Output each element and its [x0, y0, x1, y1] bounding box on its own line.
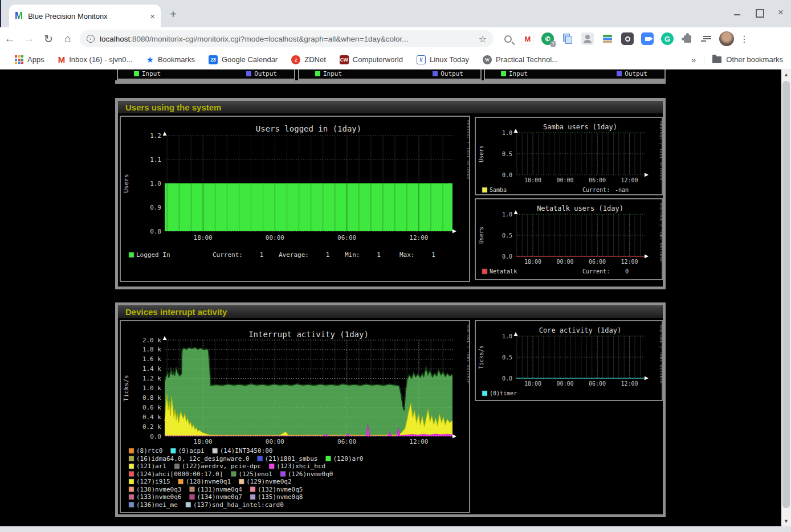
- svg-text:00:00: 00:00: [557, 380, 574, 387]
- net-graph-bottom-3[interactable]: Input Output: [484, 69, 666, 80]
- other-bookmarks[interactable]: Other bookmarks: [726, 55, 783, 64]
- browser-menu-icon[interactable]: ⋮: [740, 34, 749, 44]
- svg-text:RRDTOOL / TOBI OETIKER: RRDTOOL / TOBI OETIKER: [659, 203, 662, 262]
- svg-text:Samba users (1day): Samba users (1day): [543, 123, 617, 131]
- library-extension-icon[interactable]: [601, 32, 614, 45]
- bookmark-bookmarks[interactable]: ★ Bookmarks: [146, 55, 194, 65]
- gmail-icon: M: [58, 55, 66, 64]
- scroll-down-icon[interactable]: ▼: [781, 518, 791, 524]
- svg-text:(121)ar1: (121)ar1: [136, 463, 166, 470]
- svg-text:18:00: 18:00: [524, 259, 541, 265]
- svg-text:RRDTOOL / TOBI OETIKER: RRDTOOL / TOBI OETIKER: [466, 120, 469, 179]
- profile-avatar[interactable]: [719, 31, 734, 46]
- svg-text:Current:: Current:: [213, 251, 243, 259]
- legend-output: Output: [433, 70, 463, 77]
- tab-close-icon[interactable]: ×: [150, 11, 155, 21]
- maximize-button[interactable]: [755, 8, 764, 17]
- url-text[interactable]: localhost:8080/monitorix-cgi/monitorix.c…: [100, 35, 474, 43]
- copy-extension-icon[interactable]: [561, 32, 574, 45]
- svg-text:00:00: 00:00: [557, 177, 574, 183]
- computerworld-icon: CW: [340, 55, 349, 64]
- section-interrupts-header: Devices interrupt activity: [118, 305, 663, 318]
- svg-text:1.6 k: 1.6 k: [142, 355, 161, 363]
- session-extension-icon[interactable]: [581, 32, 594, 45]
- grammarly-extension-icon[interactable]: G: [661, 32, 674, 45]
- svg-text:0.4 k: 0.4 k: [142, 414, 161, 421]
- bookmarks-divider: [704, 55, 704, 65]
- back-icon[interactable]: ←: [0, 32, 19, 45]
- svg-text:1.4 k: 1.4 k: [142, 365, 161, 373]
- legend-input: Input: [501, 70, 528, 77]
- reload-icon[interactable]: ↻: [39, 32, 58, 46]
- svg-text:(120)ar0: (120)ar0: [333, 455, 364, 463]
- scroll-up-icon[interactable]: ▲: [781, 72, 791, 77]
- monitorix-page: Input Output Input Output Input Output: [0, 69, 791, 532]
- vertical-scrollbar[interactable]: ▲ ▼: [781, 69, 791, 526]
- svg-text:0.0: 0.0: [502, 253, 512, 260]
- core-activity-graph[interactable]: 1.00.50.018:0000:0006:0012:00Core activi…: [475, 320, 663, 401]
- svg-text:Users: Users: [478, 145, 484, 162]
- svg-text:1.0: 1.0: [502, 211, 512, 218]
- users-logged-in-graph[interactable]: 1.21.11.00.90.818:0000:0006:0012:00Users…: [120, 116, 470, 282]
- svg-text:Interrupt activity (1day): Interrupt activity (1day): [248, 330, 369, 339]
- address-bar[interactable]: i localhost:8080/monitorix-cgi/monitorix…: [80, 30, 494, 47]
- svg-text:00:00: 00:00: [557, 259, 574, 265]
- svg-text:(125)eno1: (125)eno1: [238, 470, 272, 478]
- forward-icon[interactable]: →: [19, 32, 39, 45]
- svg-text:06:00: 06:00: [589, 380, 606, 387]
- bookmark-star-icon[interactable]: ☆: [479, 34, 487, 44]
- samba-users-graph[interactable]: 1.00.50.018:0000:0006:0012:00Samba users…: [475, 117, 663, 195]
- bookmark-zdnet[interactable]: z ZDNet: [291, 55, 326, 64]
- extensions-row: M ✆ G: [501, 32, 713, 45]
- bookmark-computerworld[interactable]: CW Computerworld: [340, 55, 403, 64]
- svg-text:(137)snd_hda_intel:card0: (137)snd_hda_intel:card0: [193, 501, 284, 509]
- page-info-icon[interactable]: i: [87, 35, 95, 43]
- svg-text:RRDTOOL / TOBI OETIKER: RRDTOOL / TOBI OETIKER: [659, 325, 662, 384]
- svg-text:1.0 k: 1.0 k: [142, 384, 161, 392]
- bookmark-apps[interactable]: Apps: [15, 55, 44, 64]
- svg-text:18:00: 18:00: [194, 438, 213, 445]
- home-icon[interactable]: ⌂: [58, 32, 78, 45]
- svg-text:0.0: 0.0: [502, 172, 512, 178]
- svg-text:12:00: 12:00: [621, 177, 638, 183]
- svg-text:0.5: 0.5: [502, 232, 512, 239]
- interrupt-activity-graph[interactable]: 2.0 k1.8 k1.6 k1.4 k1.2 k1.0 k0.8 k0.6 k…: [120, 320, 470, 513]
- svg-text:12:00: 12:00: [621, 259, 638, 265]
- svg-text:1: 1: [326, 251, 330, 259]
- section-title: Users using the system: [125, 103, 221, 112]
- svg-text:Logged In: Logged In: [136, 251, 170, 259]
- extensions-puzzle-icon[interactable]: [681, 32, 694, 45]
- svg-text:(127)i915: (127)i915: [136, 478, 170, 485]
- monitorix-favicon: M: [15, 10, 23, 22]
- bookmark-practical-tech[interactable]: W Practical Technol...: [483, 55, 558, 64]
- svg-text:(133)nvme0q6: (133)nvme0q6: [136, 493, 181, 501]
- svg-text:06:00: 06:00: [589, 259, 606, 265]
- minimize-button[interactable]: [733, 8, 742, 17]
- search-extension-icon[interactable]: [501, 32, 514, 45]
- svg-text:(9)acpi: (9)acpi: [178, 447, 204, 455]
- svg-text:Average:: Average:: [279, 251, 309, 259]
- svg-text:00:00: 00:00: [266, 234, 284, 242]
- bookmark-google-calendar[interactable]: 28 Google Calendar: [209, 55, 278, 64]
- net-graph-bottom-2[interactable]: Input Output: [298, 69, 482, 80]
- new-tab-button[interactable]: +: [170, 9, 177, 20]
- bookmarks-overflow-icon[interactable]: »: [691, 55, 696, 64]
- bookmark-linux-today[interactable]: lt Linux Today: [417, 55, 469, 64]
- svg-text:06:00: 06:00: [337, 234, 356, 242]
- browser-tab[interactable]: M Blue Precision Monitorix ×: [9, 5, 161, 27]
- gmail-extension-icon[interactable]: M: [521, 32, 534, 45]
- window-close-button[interactable]: ×: [776, 8, 785, 17]
- bookmark-inbox[interactable]: M Inbox (16) - sjvn0...: [58, 55, 133, 64]
- voice-extension-icon[interactable]: ✆: [541, 32, 554, 45]
- svg-text:18:00: 18:00: [524, 380, 541, 387]
- netatalk-users-graph[interactable]: 1.00.50.018:0000:0006:0012:00Netatalk us…: [475, 198, 663, 280]
- pocket-extension-icon[interactable]: [621, 32, 634, 45]
- svg-text:Users: Users: [478, 227, 484, 244]
- svg-text:(14)INT3450:00: (14)INT3450:00: [220, 447, 273, 455]
- scrollbar-thumb[interactable]: [782, 81, 790, 508]
- svg-text:Ticks/s: Ticks/s: [478, 345, 484, 369]
- net-graph-bottom-1[interactable]: Input Output: [117, 69, 295, 80]
- zoom-extension-icon[interactable]: [641, 32, 654, 45]
- svg-text:0.0: 0.0: [150, 433, 161, 440]
- playlist-extension-icon[interactable]: [701, 32, 713, 45]
